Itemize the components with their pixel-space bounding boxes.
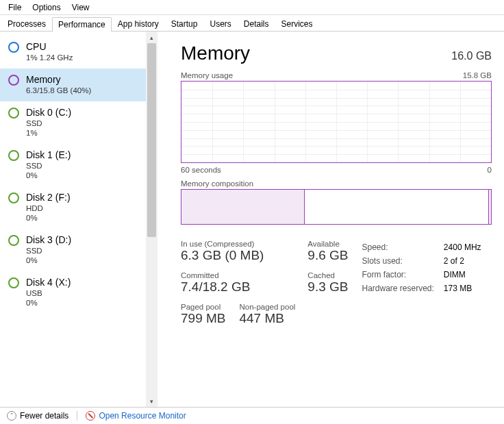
memory-usage-chart	[181, 81, 492, 163]
stat-committed-value: 7.4/18.2 GB	[181, 279, 295, 295]
sidebar-item-disk-2-f[interactable]: Disk 2 (F:)HDD0%	[0, 186, 146, 229]
sidebar-item-sub: 1% 1.24 GHz	[26, 53, 73, 62]
usage-chart-max: 15.8 GB	[463, 71, 492, 79]
fewer-details-label: Fewer details	[20, 411, 68, 421]
cpu-icon	[8, 42, 19, 53]
disk-icon	[8, 235, 19, 246]
sidebar-item-disk-1-e[interactable]: Disk 1 (E:)SSD0%	[0, 144, 146, 186]
sidebar-item-title: Disk 3 (D:)	[26, 234, 71, 245]
composition-reserved	[488, 190, 491, 224]
sidebar-item-sub: SSD	[26, 119, 71, 127]
menubar: FileOptionsView	[0, 0, 504, 15]
sidebar-item-title: Memory	[26, 74, 91, 85]
sidebar-item-sub2: 0%	[26, 256, 71, 264]
usage-chart-label: Memory usage	[181, 71, 233, 79]
sidebar-item-disk-4-x[interactable]: Disk 4 (X:)USB0%	[0, 271, 146, 314]
tab-startup[interactable]: Startup	[165, 16, 204, 31]
sidebar-item-sub2: 0%	[26, 214, 71, 222]
sidebar-item-sub: 6.3/15.8 GB (40%)	[26, 86, 91, 95]
tabs: ProcessesPerformanceApp historyStartupUs…	[0, 15, 504, 32]
tab-users[interactable]: Users	[203, 16, 237, 31]
sidebar-list: CPU1% 1.24 GHzMemory6.3/15.8 GB (40%)Dis…	[0, 32, 146, 407]
menu-file[interactable]: File	[3, 1, 27, 14]
sidebar-item-sub: SSD	[26, 247, 71, 255]
composition-label: Memory composition	[181, 179, 253, 188]
tab-app-history[interactable]: App history	[112, 16, 165, 31]
mem-icon	[8, 75, 19, 86]
disk-icon	[8, 108, 19, 119]
kv-speed-value: 2400 MHz	[444, 241, 481, 253]
kv-form-label: Form factor:	[362, 269, 442, 281]
tab-services[interactable]: Services	[275, 16, 319, 31]
memory-composition-chart	[181, 189, 492, 225]
sidebar-item-title: CPU	[26, 41, 73, 52]
sidebar-item-sub2: 0%	[26, 171, 71, 179]
memory-capacity: 16.0 GB	[451, 50, 492, 62]
kv-form-value: DIMM	[444, 269, 481, 281]
sidebar-item-title: Disk 0 (C:)	[26, 107, 71, 118]
usage-line	[181, 82, 491, 163]
sidebar: CPU1% 1.24 GHzMemory6.3/15.8 GB (40%)Dis…	[0, 32, 158, 407]
axis-left: 60 seconds	[181, 166, 221, 174]
sidebar-item-sub: SSD	[26, 162, 71, 170]
axis-right: 0	[488, 166, 492, 174]
composition-free	[305, 190, 488, 224]
kv-slots-value: 2 of 2	[444, 255, 481, 267]
stat-committed-label: Committed	[181, 271, 295, 279]
stat-cached-value: 9.3 GB	[307, 279, 348, 295]
memory-details-table: Speed:2400 MHz Slots used:2 of 2 Form fa…	[360, 240, 482, 296]
disk-icon	[8, 192, 19, 203]
kv-speed-label: Speed:	[362, 241, 442, 253]
stat-nonpaged-label: Non-paged pool	[239, 303, 295, 311]
sidebar-scrollbar[interactable]: ▴ ▾	[146, 32, 158, 407]
disk-icon	[8, 150, 19, 161]
kv-hw-value: 173 MB	[444, 282, 481, 295]
kv-slots-label: Slots used:	[362, 255, 442, 267]
fewer-details-button[interactable]: ˄ Fewer details	[7, 411, 68, 421]
stat-inuse-value: 6.3 GB (0 MB)	[181, 248, 295, 263]
stat-available-label: Available	[307, 240, 348, 248]
sidebar-item-sub2: 0%	[26, 299, 71, 307]
menu-view[interactable]: View	[66, 1, 95, 14]
stat-cached: Cached 9.3 GB	[307, 271, 348, 295]
sidebar-item-disk-3-d[interactable]: Disk 3 (D:)SSD0%	[0, 229, 146, 271]
stat-nonpaged-value: 447 MB	[239, 311, 295, 326]
stat-nonpaged: Non-paged pool 447 MB	[239, 303, 295, 326]
sidebar-item-sub: HDD	[26, 204, 71, 212]
tab-performance[interactable]: Performance	[52, 17, 112, 32]
scroll-up-icon[interactable]: ▴	[146, 32, 158, 43]
sidebar-item-cpu[interactable]: CPU1% 1.24 GHz	[0, 36, 146, 68]
menu-options[interactable]: Options	[27, 1, 66, 14]
stat-paged-label: Paged pool	[181, 303, 225, 311]
sidebar-item-sub2: 1%	[26, 129, 71, 137]
sidebar-item-title: Disk 2 (F:)	[26, 192, 71, 203]
composition-used	[181, 190, 305, 224]
open-resource-monitor-link[interactable]: Open Resource Monitor	[86, 411, 186, 421]
resource-monitor-label: Open Resource Monitor	[99, 411, 186, 421]
resource-monitor-icon	[86, 411, 95, 421]
main-panel: Memory 16.0 GB Memory usage 15.8 GB 60 s…	[158, 32, 504, 407]
tab-details[interactable]: Details	[238, 16, 275, 31]
sidebar-item-memory[interactable]: Memory6.3/15.8 GB (40%)	[0, 68, 146, 101]
chevron-up-icon: ˄	[7, 411, 16, 421]
disk-icon	[8, 277, 19, 288]
stat-inuse-label: In use (Compressed)	[181, 240, 295, 248]
stat-available-value: 9.6 GB	[307, 248, 348, 263]
stat-paged-value: 799 MB	[181, 311, 225, 326]
page-title: Memory	[181, 42, 250, 64]
sidebar-item-title: Disk 4 (X:)	[26, 277, 71, 288]
sidebar-item-title: Disk 1 (E:)	[26, 149, 71, 160]
kv-hw-label: Hardware reserved:	[362, 282, 442, 295]
stat-cached-label: Cached	[307, 271, 348, 279]
sidebar-item-sub: USB	[26, 289, 71, 297]
tab-processes[interactable]: Processes	[1, 16, 52, 31]
footer-separator	[77, 411, 77, 421]
stat-available: Available 9.6 GB	[307, 240, 348, 263]
footer: ˄ Fewer details Open Resource Monitor	[0, 407, 504, 424]
stat-paged: Paged pool 799 MB	[181, 303, 225, 326]
sidebar-item-disk-0-c[interactable]: Disk 0 (C:)SSD1%	[0, 101, 146, 144]
stat-committed: Committed 7.4/18.2 GB	[181, 271, 295, 295]
stat-inuse: In use (Compressed) 6.3 GB (0 MB)	[181, 240, 295, 263]
scroll-down-icon[interactable]: ▾	[146, 395, 158, 407]
scroll-thumb[interactable]	[146, 43, 158, 395]
